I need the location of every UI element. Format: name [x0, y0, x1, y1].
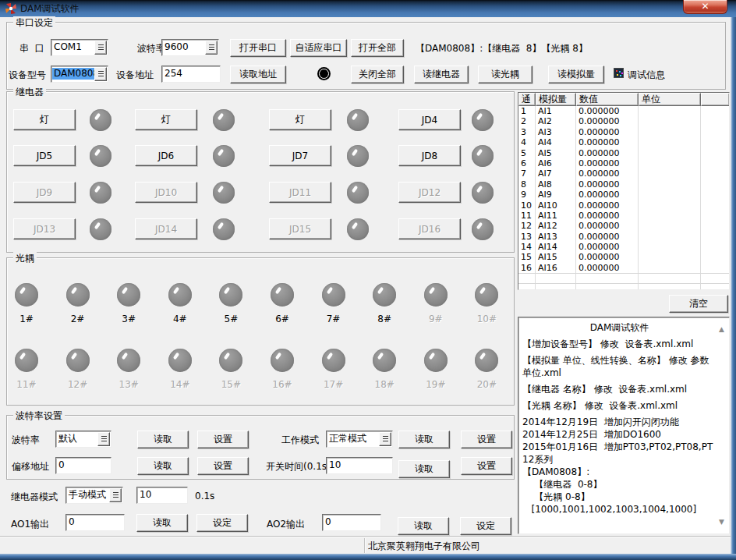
table-row-10[interactable]: 10AI100.000000: [518, 200, 729, 211]
chevron-down-icon[interactable]: [94, 41, 107, 55]
column-header-2[interactable]: 模拟量: [536, 93, 576, 106]
table-cell: [701, 158, 729, 168]
ao2-input[interactable]: 0: [322, 514, 381, 531]
open-all-button[interactable]: 打开全部: [351, 39, 404, 57]
work-mode-select[interactable]: 正常模式: [326, 431, 393, 448]
read-opto-button[interactable]: 读光耦: [478, 66, 533, 83]
table-row-9[interactable]: 9AI90.000000: [518, 190, 729, 200]
table-cell: 13: [518, 232, 536, 242]
table-cell: 11: [518, 211, 536, 221]
relay-button-15[interactable]: JD15: [269, 218, 331, 239]
work-mode-set-button[interactable]: 设置: [461, 431, 512, 448]
close-all-button[interactable]: 关闭全部: [351, 66, 404, 83]
ao2-set-button[interactable]: 设定: [460, 517, 511, 535]
table-row-14[interactable]: 14AI140.000000: [518, 242, 729, 252]
debug-info-panel[interactable]: DAM调试软件【增加设备型号】 修改 设备表.xml.xml【模拟量 单位、线性…: [518, 317, 730, 534]
baud2-select[interactable]: 默认: [55, 431, 111, 448]
relay-button-11[interactable]: JD11: [269, 182, 331, 203]
ao1-input[interactable]: 0: [65, 514, 125, 531]
table-cell: AI5: [536, 148, 576, 158]
analog-table[interactable]: 通模拟量数值单位 1AI10.0000002AI20.0000003AI30.0…: [518, 92, 730, 290]
baud-read-button[interactable]: 读取: [137, 431, 189, 448]
table-cell: AI8: [536, 179, 576, 190]
chevron-down-icon[interactable]: [109, 488, 122, 502]
close-button[interactable]: ✕: [683, 0, 727, 14]
relay-button-7[interactable]: JD7: [269, 145, 331, 166]
window-title: DAM调试软件: [20, 0, 80, 17]
table-row-7[interactable]: 7AI70.000000: [518, 168, 729, 179]
relay-time-unit: 0.1s: [195, 491, 214, 502]
relay-button-6[interactable]: JD6: [135, 145, 197, 166]
chevron-down-icon[interactable]: [379, 432, 391, 446]
relay-button-3[interactable]: 灯: [269, 109, 331, 130]
table-row-15[interactable]: 15AI150.000000: [518, 252, 729, 262]
table-row-6[interactable]: 6AI60.000000: [518, 158, 729, 168]
table-row-16[interactable]: 16AI160.000000: [518, 263, 729, 273]
model-select[interactable]: DAM0808: [51, 66, 108, 83]
relay-button-13[interactable]: JD13: [13, 218, 76, 239]
relay-led-1: [90, 109, 111, 131]
table-row-8[interactable]: 8AI80.000000: [518, 179, 729, 190]
table-row-2[interactable]: 2AI20.000000: [518, 116, 729, 126]
table-cell: [701, 200, 729, 211]
offset-input[interactable]: 0: [55, 457, 111, 474]
chevron-down-icon[interactable]: [94, 67, 107, 81]
clear-button[interactable]: 清空: [669, 295, 728, 313]
table-row-13[interactable]: 13AI130.000000: [518, 232, 729, 242]
switch-time-set-button[interactable]: 设置: [461, 457, 512, 475]
scroll-up-icon[interactable]: ▲: [717, 325, 726, 333]
info-line-1: DAM调试软件: [522, 321, 717, 334]
read-analog-button[interactable]: 读模拟量: [548, 66, 604, 83]
read-relay-button[interactable]: 读继电器: [414, 66, 469, 83]
relay-button-5[interactable]: JD5: [13, 145, 76, 166]
relay-button-14[interactable]: JD14: [135, 218, 197, 239]
column-header-5[interactable]: [701, 93, 729, 106]
table-row-3[interactable]: 3AI30.000000: [518, 127, 729, 137]
read-address-button[interactable]: 读取地址: [230, 66, 286, 83]
table-cell: 4: [518, 137, 536, 147]
table-row-1[interactable]: 1AI10.000000: [518, 106, 729, 116]
relay-button-16[interactable]: JD16: [398, 218, 461, 239]
column-header-1[interactable]: 通: [518, 93, 536, 106]
relay-time-input[interactable]: 10: [136, 487, 188, 504]
relay-button-1[interactable]: 灯: [13, 109, 76, 130]
table-row-4[interactable]: 4AI40.000000: [518, 137, 729, 147]
relay-button-2[interactable]: 灯: [135, 109, 197, 130]
opto-label-16: 16#: [264, 379, 301, 390]
address-input[interactable]: 254: [161, 66, 221, 83]
relay-button-9[interactable]: JD9: [13, 182, 76, 203]
port-select[interactable]: COM1: [51, 39, 108, 56]
open-port-button[interactable]: 打开串口: [230, 39, 286, 57]
table-row-12[interactable]: 12AI120.000000: [518, 221, 729, 231]
table-cell: AI4: [536, 137, 576, 147]
table-row-5[interactable]: 5AI50.000000: [518, 148, 729, 158]
ao1-read-button[interactable]: 读取: [136, 514, 188, 532]
ao2-label: AO2输出: [267, 518, 305, 531]
table-cell: 0.000000: [576, 200, 639, 211]
switch-time-input[interactable]: 10: [326, 457, 393, 474]
adaptive-port-button[interactable]: 自适应串口: [290, 39, 347, 57]
chevron-down-icon[interactable]: [97, 432, 110, 446]
port-value: COM1: [54, 41, 82, 53]
ao1-set-button[interactable]: 设定: [196, 514, 248, 532]
table-cell: [639, 232, 701, 242]
relay-button-4[interactable]: JD4: [398, 109, 461, 130]
work-mode-read-button[interactable]: 读取: [398, 431, 450, 448]
baud-select[interactable]: 9600: [161, 39, 219, 56]
column-header-4[interactable]: 单位: [639, 93, 701, 106]
offset-set-button[interactable]: 设置: [197, 457, 249, 475]
chevron-down-icon[interactable]: [205, 41, 218, 55]
relay-led-5: [90, 145, 111, 167]
switch-time-read-button[interactable]: 读取: [398, 460, 450, 478]
column-header-3[interactable]: 数值: [576, 93, 639, 106]
table-cell: 0.000000: [576, 168, 639, 179]
scroll-down-icon[interactable]: ▼: [717, 518, 726, 526]
table-row-11[interactable]: 11AI110.000000: [518, 211, 729, 221]
relay-button-10[interactable]: JD10: [135, 182, 197, 203]
ao2-read-button[interactable]: 读取: [398, 517, 449, 535]
relay-mode-select[interactable]: 手动模式: [65, 487, 123, 504]
relay-button-8[interactable]: JD8: [398, 145, 461, 166]
baud-set-button[interactable]: 设置: [197, 431, 249, 448]
offset-read-button[interactable]: 读取: [137, 457, 189, 475]
relay-button-12[interactable]: JD12: [398, 182, 461, 203]
